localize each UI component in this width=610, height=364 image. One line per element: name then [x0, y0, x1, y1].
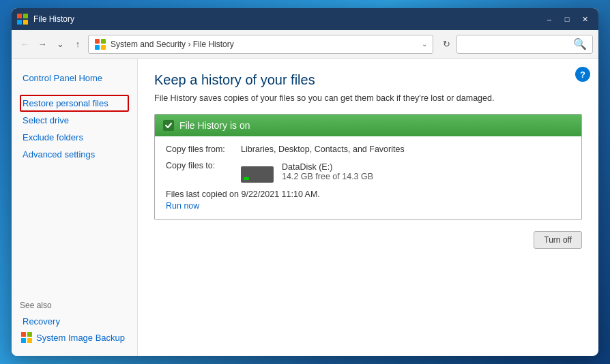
svg-rect-8	[21, 332, 26, 337]
drive-icon	[241, 161, 274, 183]
see-also-label: See also	[20, 301, 129, 310]
last-copied-text: Files last copied on 9/22/2021 11:10 AM.	[166, 189, 570, 199]
svg-rect-5	[101, 39, 106, 44]
path-file-history: File History	[193, 40, 234, 49]
run-now-link[interactable]: Run now	[166, 201, 199, 211]
svg-rect-3	[23, 20, 28, 25]
sidebar-control-panel-home[interactable]: Control Panel Home	[20, 70, 129, 87]
app-icon	[17, 14, 28, 25]
page-subtitle: File History saves copies of your files …	[154, 93, 582, 103]
copy-to-row: Copy files to: DataDisk (E:) 14.2 GB fre…	[166, 161, 570, 183]
copy-from-label: Copy files from:	[166, 145, 241, 154]
svg-rect-2	[17, 20, 22, 25]
search-field[interactable]: 🔍	[456, 35, 593, 54]
drive-name: DataDisk (E:)	[282, 162, 373, 172]
path-system-security: System and Security	[111, 40, 186, 49]
sidebar-select-drive[interactable]: Select drive	[20, 112, 129, 129]
sidebar: Control Panel Home Restore personal file…	[12, 59, 138, 356]
status-header-text: File History is on	[179, 120, 250, 131]
sidebar-advanced-settings[interactable]: Advanced settings	[20, 146, 129, 163]
drive-body	[241, 166, 274, 183]
copy-from-value: Libraries, Desktop, Contacts, and Favori…	[241, 145, 405, 154]
title-bar: File History – □ ✕	[12, 8, 598, 30]
help-button[interactable]: ?	[575, 67, 590, 82]
window-controls: – □ ✕	[541, 12, 593, 26]
sidebar-bottom: See also Recovery System Image Backup	[20, 301, 129, 345]
shield-icon	[94, 38, 106, 50]
svg-rect-0	[17, 14, 22, 18]
search-input[interactable]	[463, 40, 570, 49]
recent-locations-button[interactable]: ⌄	[53, 37, 68, 52]
status-header: File History is on	[155, 115, 581, 136]
close-button[interactable]: ✕	[577, 12, 593, 26]
sidebar-restore-personal-files[interactable]: Restore personal files	[20, 95, 129, 112]
turn-off-container: Turn off	[154, 231, 582, 249]
main-window: File History – □ ✕ ← → ⌄ ↑ System and Se…	[12, 8, 598, 356]
up-button[interactable]: ↑	[70, 37, 85, 52]
main-panel: ? Keep a history of your files File Hist…	[138, 59, 598, 356]
back-button[interactable]: ←	[17, 37, 32, 52]
svg-rect-6	[95, 45, 100, 50]
checkmark-icon	[164, 121, 173, 130]
svg-rect-9	[27, 332, 32, 337]
chevron-down-icon: ⌄	[422, 40, 427, 48]
windows-logo-icon	[21, 332, 32, 343]
drive-info: DataDisk (E:) 14.2 GB free of 14.3 GB	[241, 161, 373, 183]
refresh-button[interactable]: ↻	[439, 37, 454, 52]
svg-rect-1	[23, 14, 28, 18]
turn-off-button[interactable]: Turn off	[534, 231, 582, 249]
copy-to-label: Copy files to:	[166, 161, 241, 183]
sidebar-exclude-folders[interactable]: Exclude folders	[20, 129, 129, 146]
content-area: Control Panel Home Restore personal file…	[12, 59, 598, 356]
drive-detail: DataDisk (E:) 14.2 GB free of 14.3 GB	[282, 162, 373, 181]
status-body: Copy files from: Libraries, Desktop, Con…	[155, 136, 581, 219]
drive-space: 14.2 GB free of 14.3 GB	[282, 172, 373, 181]
svg-rect-10	[21, 338, 26, 343]
sidebar-recovery[interactable]: Recovery	[20, 313, 129, 330]
svg-rect-11	[27, 338, 32, 343]
svg-rect-7	[101, 45, 106, 50]
search-icon: 🔍	[573, 37, 587, 50]
sidebar-system-image-backup[interactable]: System Image Backup	[20, 330, 129, 345]
window-title: File History	[33, 14, 541, 24]
maximize-button[interactable]: □	[559, 12, 575, 26]
page-title: Keep a history of your files	[154, 72, 582, 88]
address-bar: ← → ⌄ ↑ System and Security › File Histo…	[12, 30, 598, 59]
address-field[interactable]: System and Security › File History ⌄	[88, 35, 433, 54]
drive-led	[244, 177, 249, 180]
forward-button[interactable]: →	[35, 37, 50, 52]
minimize-button[interactable]: –	[541, 12, 557, 26]
address-text: System and Security › File History	[111, 40, 418, 49]
status-icon	[163, 120, 174, 131]
path-separator: ›	[188, 40, 192, 49]
system-image-backup-label: System Image Backup	[36, 333, 125, 343]
copy-from-row: Copy files from: Libraries, Desktop, Con…	[166, 145, 570, 154]
svg-rect-4	[95, 39, 100, 44]
status-box: File History is on Copy files from: Libr…	[154, 114, 582, 220]
